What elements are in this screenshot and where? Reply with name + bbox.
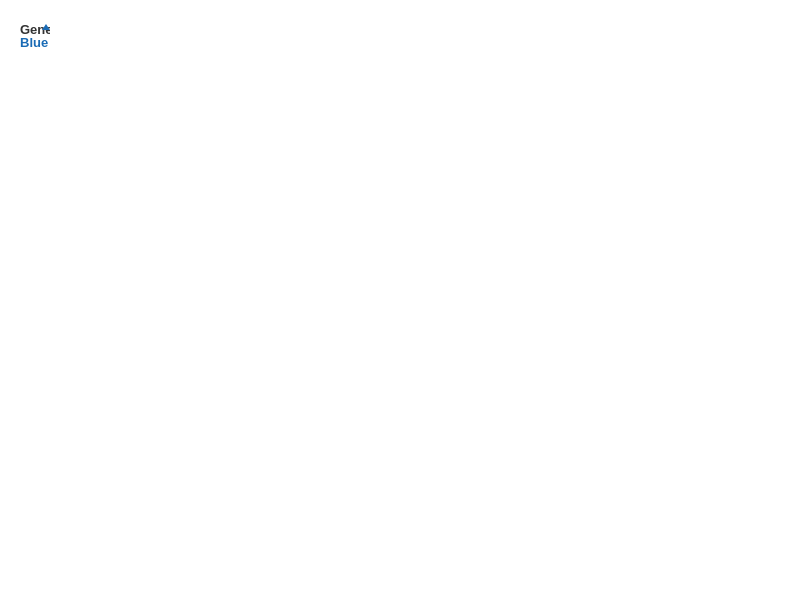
- header: General Blue: [20, 20, 772, 50]
- svg-text:Blue: Blue: [20, 35, 48, 50]
- logo: General Blue: [20, 20, 54, 50]
- logo-icon: General Blue: [20, 20, 50, 50]
